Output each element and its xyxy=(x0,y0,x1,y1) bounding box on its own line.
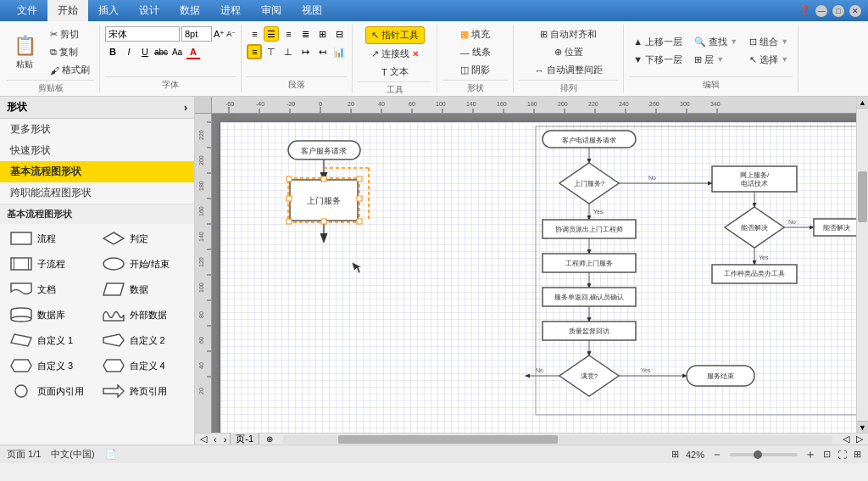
bold-button[interactable]: B xyxy=(105,44,120,59)
svg-rect-126 xyxy=(712,166,797,192)
doc-status-icon: 📄 xyxy=(105,449,117,460)
prev-arrow-button[interactable]: ‹ xyxy=(210,434,220,445)
shape-custom3[interactable]: 自定义 3 xyxy=(7,356,96,375)
sidebar-collapse-icon[interactable]: › xyxy=(184,102,187,114)
tab-home[interactable]: 开始 xyxy=(47,0,88,21)
scroll-down-button[interactable]: ▼ xyxy=(857,421,868,433)
maximize-button[interactable]: □ xyxy=(832,5,844,17)
sidebar-item-basic-flowchart[interactable]: 基本流程图形状 xyxy=(0,161,194,182)
list-button[interactable]: ⊞ xyxy=(314,26,330,42)
select-button[interactable]: ↖ 选择 ▼ xyxy=(745,52,793,68)
canvas-wrapper[interactable]: -60 -40 -20 0 20 40 60 xyxy=(195,97,856,433)
shape-document[interactable]: 文档 xyxy=(7,280,96,299)
valign-center-button[interactable]: ≡ xyxy=(247,44,262,59)
scroll-left-button[interactable]: ◁ xyxy=(839,433,853,445)
shape-external-data[interactable]: 外部数据 xyxy=(99,305,188,324)
valign-top-button[interactable]: ⊤ xyxy=(264,44,279,59)
chart-button[interactable]: 📊 xyxy=(331,44,347,59)
shape-page-ref[interactable]: 页面内引用 xyxy=(7,382,96,400)
fill-button[interactable]: ▦ 填充 xyxy=(456,26,494,42)
shape-custom1[interactable]: 自定义 1 xyxy=(7,331,96,350)
vertical-scrollbar[interactable]: ▲ ▼ xyxy=(856,97,868,433)
font-size-decrease-button[interactable]: A⁻ xyxy=(226,30,236,38)
font-size-increase-button[interactable]: A⁺ xyxy=(214,29,225,40)
zoom-in-button[interactable]: ＋ xyxy=(804,447,816,462)
outdent-button[interactable]: ↤ xyxy=(314,44,330,59)
shadow-button[interactable]: ◫ 阴影 xyxy=(456,62,494,78)
zoom-out-button[interactable]: － xyxy=(711,447,723,462)
find-button[interactable]: 🔍 查找 ▼ xyxy=(690,34,742,50)
prev-page-button[interactable]: ◁ xyxy=(197,433,210,445)
page-tab[interactable]: 页-1 xyxy=(230,432,259,445)
grid-icon[interactable]: ⊞ xyxy=(671,449,679,460)
indent-button[interactable]: ↦ xyxy=(298,44,313,59)
shape-oval[interactable]: 开始/结束 xyxy=(99,254,188,273)
view-options-button[interactable]: ⊞ xyxy=(854,449,861,460)
font-size-toggle-button[interactable]: Aa xyxy=(170,44,185,59)
auto-align-button[interactable]: ⊞ 自动对齐和 xyxy=(536,26,601,42)
scroll-thumb-h[interactable] xyxy=(338,435,558,444)
justify-button[interactable]: ≣ xyxy=(298,26,313,42)
canvas-drawing-area[interactable]: 客户服务请求 上门服务 xyxy=(212,114,856,433)
tab-process[interactable]: 进程 xyxy=(210,0,251,21)
pointer-tool-button[interactable]: ↖ 指针工具 xyxy=(365,26,425,44)
align-right-button[interactable]: ≡ xyxy=(281,26,296,42)
shape-rect[interactable]: 流程 xyxy=(7,229,96,248)
list2-button[interactable]: ⊟ xyxy=(331,26,347,42)
shape-database[interactable]: 数据库 xyxy=(7,305,96,324)
format-painter-button[interactable]: 🖌 格式刷 xyxy=(46,62,94,78)
align-center-button[interactable]: ☰ xyxy=(264,26,279,42)
layer-button[interactable]: ⊞ 层 ▼ xyxy=(690,52,742,68)
shape-custom2[interactable]: 自定义 2 xyxy=(99,331,188,350)
paragraph-content: ≡ ☰ ≡ ≣ ⊞ ⊟ ≡ ⊤ ⊥ ↦ ↤ 📊 xyxy=(247,26,347,75)
cut-button[interactable]: ✂ 剪切 xyxy=(46,26,94,42)
shape-custom4[interactable]: 自定义 4 xyxy=(99,356,188,375)
scroll-track-h[interactable] xyxy=(283,435,832,444)
tab-file[interactable]: 文件 xyxy=(7,0,47,21)
valign-bottom-button[interactable]: ⊥ xyxy=(281,44,296,59)
tab-insert[interactable]: 插入 xyxy=(88,0,129,21)
italic-button[interactable]: I xyxy=(121,44,136,59)
tab-review[interactable]: 审阅 xyxy=(251,0,292,21)
sidebar-item-more-shapes[interactable]: 更多形状 xyxy=(0,119,194,140)
line-button[interactable]: — 线条 xyxy=(456,44,495,60)
sidebar-item-cross-flowchart[interactable]: 跨职能流程图形状 xyxy=(0,182,194,204)
connector-button[interactable]: ↗ 连接线 ✕ xyxy=(367,46,423,62)
auto-adjust-button[interactable]: ↔ 自动调整间距 xyxy=(531,62,607,78)
shape-subprocess[interactable]: 子流程 xyxy=(7,254,96,273)
minimize-button[interactable]: — xyxy=(815,5,827,17)
zoom-thumb[interactable] xyxy=(754,450,762,459)
align-left-button[interactable]: ≡ xyxy=(247,26,262,42)
text-button[interactable]: T 文本 xyxy=(377,64,413,80)
scroll-thumb-v[interactable] xyxy=(858,171,867,222)
fullscreen-button[interactable]: ⛶ xyxy=(837,450,847,460)
move-up-button[interactable]: ▲ 上移一层 xyxy=(629,34,687,50)
font-size-input[interactable] xyxy=(181,26,212,42)
zoom-slider[interactable] xyxy=(730,453,798,456)
tab-design[interactable]: 设计 xyxy=(129,0,170,21)
strikethrough-button[interactable]: abc xyxy=(153,44,169,59)
tab-view[interactable]: 视图 xyxy=(292,0,332,21)
close-button[interactable]: ✕ xyxy=(849,5,861,17)
scroll-right-button[interactable]: ▷ xyxy=(853,433,866,445)
scroll-up-button[interactable]: ▲ xyxy=(857,97,868,109)
scroll-track-v[interactable] xyxy=(857,109,868,421)
svg-text:80: 80 xyxy=(198,311,204,318)
move-down-button[interactable]: ▼ 下移一层 xyxy=(629,52,687,68)
shape-diamond[interactable]: 判定 xyxy=(99,229,188,248)
font-color-button[interactable]: A xyxy=(186,44,201,59)
group-button[interactable]: ⊡ 组合 ▼ xyxy=(745,34,793,50)
paste-button[interactable]: 📋 粘贴 xyxy=(7,28,42,77)
tab-data[interactable]: 数据 xyxy=(170,0,210,21)
help-icon[interactable]: ❓ xyxy=(798,5,810,16)
shape-cross-ref[interactable]: 跨页引用 xyxy=(99,382,188,400)
add-page-button[interactable]: ⊕ xyxy=(263,434,276,444)
shape-data[interactable]: 数据 xyxy=(99,280,188,299)
position-button[interactable]: ⊕ 位置 xyxy=(550,44,587,60)
font-name-input[interactable] xyxy=(105,26,180,42)
sidebar-item-quick-shapes[interactable]: 快速形状 xyxy=(0,140,194,161)
underline-button[interactable]: U xyxy=(137,44,153,59)
copy-button[interactable]: ⧉ 复制 xyxy=(46,44,94,60)
fit-page-button[interactable]: ⊡ xyxy=(823,449,831,460)
next-arrow-button[interactable]: › xyxy=(220,434,231,445)
